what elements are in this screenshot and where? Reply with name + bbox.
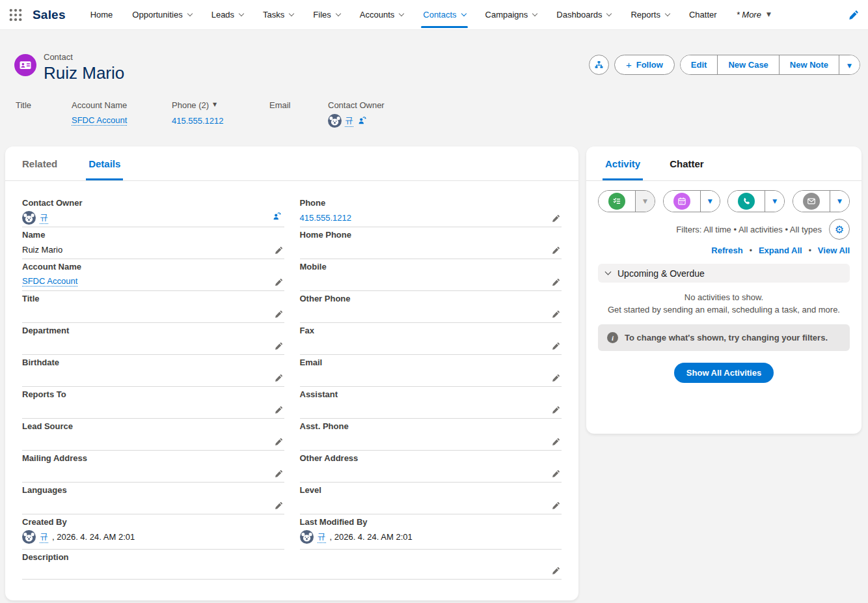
tab-campaigns[interactable]: Campaigns	[485, 0, 537, 30]
chevron-down-icon	[532, 11, 537, 16]
field-languages: Languages	[22, 483, 284, 514]
field-label: Email	[300, 357, 562, 369]
tab-label: Chatter	[689, 10, 717, 20]
field-email: Email	[300, 355, 562, 387]
new-event-dropdown[interactable]: ▼	[700, 191, 720, 212]
new-event-button[interactable]	[664, 191, 700, 212]
edit-fax-button[interactable]	[552, 342, 560, 350]
edit-other-address-button[interactable]	[552, 470, 560, 478]
nav-edit-pencil-icon[interactable]	[848, 10, 859, 20]
chevron-down-icon[interactable]: ▼	[213, 102, 217, 107]
owner-link[interactable]: 규	[345, 115, 353, 127]
detail-fields: Contact Owner규NameRuiz MarioAccount Name…	[5, 181, 578, 550]
empty-state-line1: No activities to show.	[586, 291, 861, 303]
filters-info-banner: i To change what's shown, try changing y…	[598, 324, 850, 351]
owner-link[interactable]: 규	[318, 531, 326, 543]
tab-label: Dashboards	[556, 10, 602, 20]
field-birthdate: Birthdate	[22, 355, 284, 387]
field-label: Reports To	[22, 389, 284, 400]
field-title: Title	[22, 291, 284, 323]
app-launcher-icon[interactable]	[9, 8, 23, 22]
edit-home-phone-button[interactable]	[552, 246, 560, 255]
email-button[interactable]	[793, 191, 830, 212]
view-hierarchy-button[interactable]	[589, 55, 609, 75]
activity-filters-row: Filters: All time • All activities • All…	[598, 219, 850, 240]
field-label: Created By	[22, 516, 284, 528]
field-value-link[interactable]: SFDC Account	[72, 115, 127, 126]
banner-text: To change what's shown, try changing you…	[625, 333, 828, 343]
edit-assistant-button[interactable]	[552, 406, 560, 414]
tab-related[interactable]: Related	[22, 147, 57, 180]
header-field-contact-owner: Contact Owner규	[328, 99, 385, 126]
tab-label: Reports	[631, 10, 660, 20]
edit-mobile-button[interactable]	[552, 278, 560, 287]
tab-label: Tasks	[263, 10, 284, 20]
record-button-group: Edit New Case New Note ▼	[680, 55, 860, 75]
new-note-button[interactable]: New Note	[779, 55, 839, 74]
tab-home[interactable]: Home	[90, 0, 113, 30]
change-owner-icon[interactable]	[358, 116, 367, 125]
tab-contacts[interactable]: Contacts	[423, 0, 465, 30]
tab-chatter[interactable]: Chatter	[689, 0, 717, 30]
log-a-call-button[interactable]	[728, 191, 765, 212]
new-task-button[interactable]	[599, 191, 635, 212]
owner-link[interactable]: 규	[40, 531, 48, 543]
tab-chatter[interactable]: Chatter	[670, 147, 704, 180]
edit-name-button[interactable]	[275, 246, 283, 255]
tab-opportunities[interactable]: Opportunities	[132, 0, 191, 30]
change-owner-icon[interactable]	[273, 212, 282, 221]
record-tabs: Related Details	[5, 147, 578, 181]
refresh-link[interactable]: Refresh	[711, 245, 742, 255]
chevron-down-icon	[605, 269, 612, 275]
tab-accounts[interactable]: Accounts	[360, 0, 403, 30]
follow-button[interactable]: + Follow	[614, 55, 675, 75]
tab-reports[interactable]: Reports	[631, 0, 670, 30]
edit-department-button[interactable]	[275, 342, 283, 350]
tab-activity[interactable]: Activity	[605, 147, 640, 180]
tab-details[interactable]: Details	[88, 147, 120, 180]
tab-tasks[interactable]: Tasks	[263, 0, 293, 30]
more-actions-dropdown[interactable]: ▼	[839, 55, 860, 74]
field-department: Department	[22, 323, 284, 355]
show-all-activities-button[interactable]: Show All Activities	[674, 363, 774, 383]
field-value-link[interactable]: SFDC Account	[22, 276, 77, 287]
edit-asst-phone-button[interactable]	[552, 438, 560, 446]
email-dropdown[interactable]: ▼	[830, 191, 849, 212]
tab-label: Accounts	[360, 10, 394, 20]
field-label: Account Name	[72, 100, 127, 110]
new-case-button[interactable]: New Case	[717, 55, 778, 74]
edit-mailing-address-button[interactable]	[275, 470, 283, 478]
edit-level-button[interactable]	[552, 501, 560, 510]
field-label: Contact Owner	[328, 100, 385, 110]
tab-dashboards[interactable]: Dashboards	[556, 0, 611, 30]
expand-all-link[interactable]: Expand All	[759, 245, 802, 255]
edit-reports-to-button[interactable]	[275, 406, 283, 414]
owner-link[interactable]: 규	[40, 212, 48, 224]
field-value-link[interactable]: 415.555.1212	[172, 116, 224, 126]
upcoming-overdue-section-header[interactable]: Upcoming & Overdue	[598, 264, 850, 283]
tab-leads[interactable]: Leads	[211, 0, 243, 30]
filter-settings-button[interactable]: ⚙	[829, 219, 850, 240]
gear-icon: ⚙	[835, 223, 844, 236]
edit-birthdate-button[interactable]	[275, 374, 283, 382]
chevron-down-icon: ▼	[772, 199, 777, 204]
field-fax: Fax	[300, 323, 562, 355]
edit-lead-source-button[interactable]	[275, 438, 283, 446]
edit-phone-button[interactable]	[552, 214, 560, 223]
app-name: Sales	[33, 8, 66, 22]
log-a-call-dropdown[interactable]: ▼	[765, 191, 784, 212]
tab-more[interactable]: * More▼	[737, 0, 771, 30]
edit-other-phone-button[interactable]	[552, 310, 560, 318]
edit-languages-button[interactable]	[275, 501, 283, 510]
edit-email-button[interactable]	[552, 374, 560, 382]
field-last-modified-by: Last Modified By규, 2026. 4. 24. AM 2:01	[300, 514, 562, 550]
view-all-link[interactable]: View All	[818, 245, 850, 255]
field-value-link[interactable]: 415.555.1212	[300, 213, 352, 223]
header-field-email: Email	[269, 99, 328, 126]
tab-label: Home	[90, 10, 113, 20]
edit-title-button[interactable]	[275, 310, 283, 318]
edit-description-button[interactable]	[552, 567, 560, 575]
tab-files[interactable]: Files	[313, 0, 340, 30]
edit-account-name-button[interactable]	[275, 278, 283, 287]
edit-button[interactable]: Edit	[681, 55, 718, 74]
